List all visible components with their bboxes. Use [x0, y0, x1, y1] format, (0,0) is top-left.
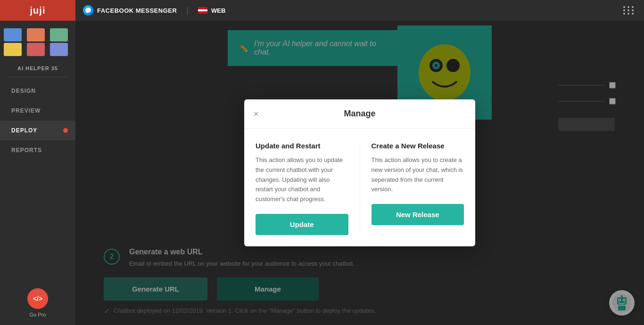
app-logo: juji: [30, 5, 46, 16]
avatar: [4, 28, 22, 41]
grid-dot: [623, 9, 625, 11]
sidebar-item-preview[interactable]: PREVIEW: [0, 101, 75, 121]
avatar: [50, 28, 68, 41]
logo-area[interactable]: juji: [0, 0, 75, 21]
avatar: [27, 28, 45, 41]
grid-dot: [623, 6, 625, 8]
divider: [8, 77, 68, 77]
grid-dot: [632, 9, 634, 11]
modal-new-release-col: Create a New Release This action allows …: [360, 142, 464, 235]
avatar-grid: [0, 21, 75, 60]
bot-name: AI HELPER 35: [17, 60, 58, 75]
deploy-notification-dot: [63, 128, 68, 133]
messenger-icon: [83, 5, 93, 16]
messenger-label: FACEBOOK MESSENGER: [97, 7, 177, 14]
modal-body: Update and Restart This action allows yo…: [244, 129, 475, 246]
update-description: This action allows you to update the cur…: [256, 155, 348, 204]
grid-dot: [632, 6, 634, 8]
go-pro-button[interactable]: </>: [27, 288, 48, 309]
modal-update-col: Update and Restart This action allows yo…: [256, 142, 360, 235]
topbar: FACEBOOK MESSENGER | WEB: [75, 0, 644, 21]
new-release-description: This action allows you to create a new v…: [372, 155, 464, 195]
avatar: [4, 43, 22, 56]
new-release-button[interactable]: New Release: [372, 204, 464, 225]
update-button[interactable]: Update: [256, 214, 348, 235]
sidebar-item-design[interactable]: DESIGN: [0, 81, 75, 101]
modal-header: × Manage: [244, 99, 475, 129]
web-label: WEB: [211, 7, 225, 14]
main-content: FACEBOOK MESSENGER | WEB ✏️ I'm: [75, 0, 644, 325]
flag-icon: [198, 7, 207, 14]
messenger-tab[interactable]: FACEBOOK MESSENGER: [83, 5, 177, 16]
sidebar: juji AI HELPER 35 DESIGN PREVIEW DEPLOY …: [0, 0, 75, 325]
grid-dot: [627, 13, 629, 15]
grid-dot: [632, 13, 634, 15]
topbar-divider: |: [186, 6, 189, 16]
sidebar-item-reports[interactable]: REPORTS: [0, 140, 75, 160]
sidebar-item-deploy[interactable]: DEPLOY: [0, 121, 75, 140]
manage-modal: × Manage Update and Restart This action …: [244, 99, 475, 246]
avatar: [50, 43, 68, 56]
grid-dot: [627, 6, 629, 8]
grid-dot: [623, 13, 625, 15]
web-tab[interactable]: WEB: [198, 7, 225, 14]
modal-title: Manage: [344, 109, 375, 119]
sidebar-nav: DESIGN PREVIEW DEPLOY REPORTS: [0, 81, 75, 160]
modal-overlay[interactable]: × Manage Update and Restart This action …: [75, 21, 644, 325]
sidebar-bottom: </> Go Pro: [0, 288, 75, 325]
new-release-title: Create a New Release: [372, 142, 464, 150]
content-area: ✏️ I'm your AI helper and cannot wait to…: [75, 21, 644, 325]
modal-close-button[interactable]: ×: [254, 110, 259, 118]
update-title: Update and Restart: [256, 142, 348, 150]
grid-dot: [627, 9, 629, 11]
grid-menu-button[interactable]: [621, 4, 636, 16]
avatar: [27, 43, 45, 56]
go-pro-label: Go Pro: [30, 312, 46, 317]
